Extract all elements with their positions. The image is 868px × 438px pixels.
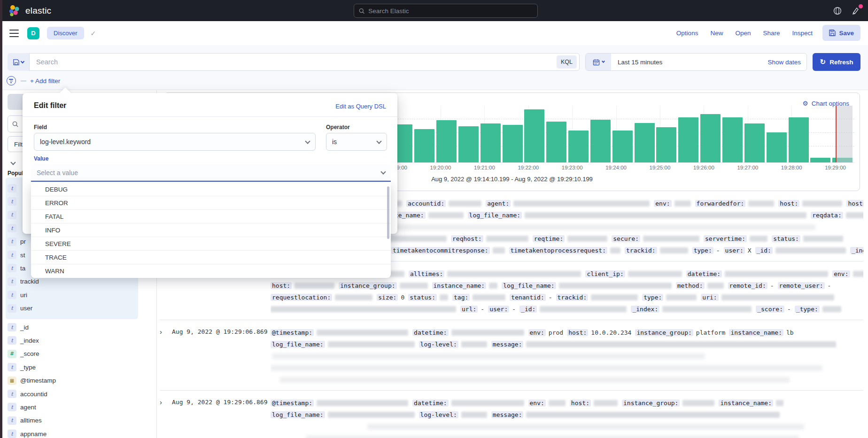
field-name-badge: env:: [528, 400, 546, 407]
nav-link-open[interactable]: Open: [735, 30, 751, 37]
scrollbar[interactable]: [387, 186, 389, 239]
query-input[interactable]: [30, 58, 557, 66]
sidebar-field-hidden[interactable]: t: [8, 195, 20, 207]
dropdown-option-fatal[interactable]: FATAL: [31, 210, 391, 223]
save-label: Save: [839, 30, 854, 37]
expand-row-icon[interactable]: ›: [160, 327, 172, 385]
histogram-bar[interactable]: [612, 131, 633, 162]
sidebar-field-appname[interactable]: tappname: [8, 428, 46, 438]
dropdown-option-trace[interactable]: TRACE: [31, 251, 391, 264]
elastic-logo[interactable]: elastic: [8, 5, 51, 17]
nav-link-share[interactable]: Share: [763, 30, 780, 37]
histogram-bar[interactable]: [546, 122, 566, 162]
value-combobox[interactable]: [31, 164, 391, 182]
dropdown-option-error[interactable]: ERROR: [31, 196, 391, 210]
breadcrumb[interactable]: Discover: [47, 27, 84, 39]
field-name-badge: message:: [491, 411, 524, 418]
dropdown-option-warn[interactable]: WARN: [31, 264, 391, 278]
filter-divider: —: [21, 77, 26, 84]
nav-link-inspect[interactable]: Inspect: [792, 30, 813, 37]
redacted-value: [451, 400, 524, 406]
divider: [23, 116, 397, 117]
kql-badge[interactable]: KQL: [557, 55, 577, 69]
histogram-bar[interactable]: [656, 127, 676, 162]
operator-select[interactable]: is: [326, 133, 387, 151]
field-select[interactable]: log-level.keyword: [34, 133, 316, 151]
histogram-bar[interactable]: [789, 117, 809, 162]
nav-link-options[interactable]: Options: [676, 30, 698, 37]
sidebar-field-_score[interactable]: #_score: [8, 348, 39, 360]
field-name-badge: log_file_name:: [271, 411, 325, 418]
redacted-value: [451, 330, 524, 336]
histogram-bar[interactable]: [458, 126, 479, 162]
value-input[interactable]: [37, 169, 381, 177]
field-value: -: [716, 247, 720, 254]
histogram-bar[interactable]: [436, 120, 457, 162]
newsfeed-icon[interactable]: [851, 6, 861, 16]
field-name-badge: type:: [692, 247, 713, 254]
time-range-value[interactable]: Last 15 minutes: [618, 59, 767, 66]
histogram-bar[interactable]: [524, 109, 544, 162]
saved-query-menu-button[interactable]: [8, 53, 29, 71]
sidebar-field-hidden[interactable]: t: [8, 182, 20, 194]
field-name-badge: tenantid:: [510, 294, 545, 301]
histogram-bar[interactable]: [722, 117, 743, 162]
histogram-bar[interactable]: [635, 123, 655, 162]
histogram-bar[interactable]: [744, 123, 765, 162]
sidebar-field-hidden[interactable]: t: [8, 222, 20, 234]
histogram-bar[interactable]: [700, 114, 721, 162]
sidebar-field-st[interactable]: tst: [8, 249, 25, 261]
sidebar-field-pr[interactable]: tpr: [8, 236, 26, 248]
field-label: alltimes: [20, 417, 42, 424]
dropdown-option-debug[interactable]: DEBUG: [31, 183, 391, 196]
sidebar-field-_id[interactable]: t_id: [8, 321, 29, 333]
histogram-bar[interactable]: [503, 125, 523, 162]
dropdown-option-info[interactable]: INFO: [31, 223, 391, 237]
histogram-bar[interactable]: [590, 120, 611, 162]
sidebar-field-@timestamp[interactable]: ▦@timestamp: [8, 375, 56, 387]
sidebar-field-alltimes[interactable]: talltimes: [8, 415, 42, 427]
field-name-badge: requestlocation:: [271, 294, 332, 301]
edit-as-query-dsl-link[interactable]: Edit as Query DSL: [335, 103, 386, 110]
help-icon[interactable]: [832, 6, 843, 16]
sidebar-field-accountid[interactable]: taccountid: [8, 388, 47, 400]
menu-icon[interactable]: [9, 30, 19, 37]
field-name-badge: status:: [408, 294, 437, 301]
operator-select-value: is: [332, 138, 337, 146]
histogram-bar[interactable]: [414, 129, 434, 162]
field-name-badge: _index:: [631, 306, 659, 313]
nav-link-new[interactable]: New: [710, 30, 723, 37]
redacted-value: [513, 200, 650, 207]
collapse-chevron-icon[interactable]: [11, 158, 15, 166]
sidebar-field-_type[interactable]: t_type: [8, 361, 36, 373]
dropdown-option-severe[interactable]: SEVERE: [31, 237, 391, 251]
histogram-bar[interactable]: [678, 117, 698, 162]
sidebar-field-agent[interactable]: tagent: [8, 401, 36, 413]
filter-menu-icon[interactable]: [7, 76, 16, 85]
show-dates-link[interactable]: Show dates: [767, 59, 801, 66]
refresh-button[interactable]: ↻ Refresh: [813, 53, 860, 71]
histogram-bar[interactable]: [568, 131, 589, 162]
field-name-badge: remote_user:: [778, 282, 825, 289]
date-picker-calendar-button[interactable]: [586, 54, 611, 70]
field-name-badge: user:: [724, 247, 745, 254]
sidebar-field-hidden[interactable]: t: [8, 209, 20, 221]
sidebar-field-ta[interactable]: tta: [8, 262, 25, 274]
expand-row-icon[interactable]: ›: [160, 397, 172, 438]
row-field-line: @timestamp:datetime:env:host:instance_gr…: [271, 397, 863, 409]
global-search-box[interactable]: [354, 4, 538, 18]
space-badge[interactable]: D: [27, 27, 39, 39]
global-search-input[interactable]: [368, 8, 533, 15]
histogram-bar[interactable]: [767, 132, 787, 162]
add-filter-link[interactable]: + Add filter: [30, 77, 60, 85]
sidebar-field-_index[interactable]: t_index: [8, 334, 39, 346]
x-tick-label: 19:26:00: [693, 165, 714, 170]
sidebar-field-uri[interactable]: turi: [8, 289, 27, 301]
histogram-bar[interactable]: [480, 123, 501, 162]
field-name-badge: agent:: [486, 200, 511, 207]
histogram-bar[interactable]: [810, 158, 830, 162]
save-button[interactable]: Save: [822, 25, 860, 41]
sidebar-field-user[interactable]: tuser: [8, 302, 32, 315]
field-label: st: [20, 252, 25, 259]
x-tick-label: 19:27:00: [737, 165, 758, 170]
